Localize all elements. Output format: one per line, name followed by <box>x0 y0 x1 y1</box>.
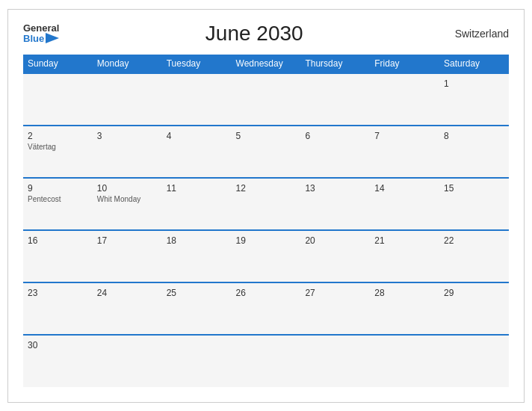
calendar-cell <box>162 73 232 126</box>
calendar-cell: 8 <box>439 126 509 178</box>
calendar-week-row: 16171819202122 <box>23 230 509 282</box>
day-number: 21 <box>374 235 435 246</box>
calendar-cell: 17 <box>93 230 162 282</box>
day-number: 1 <box>444 78 504 89</box>
calendar-cell <box>23 73 93 126</box>
calendar-cell: 26 <box>232 282 301 335</box>
calendar-cell: 24 <box>93 282 162 335</box>
day-number: 10 <box>97 183 158 194</box>
calendar-title: June 2030 <box>59 22 449 46</box>
calendar-cell: 19 <box>232 230 301 282</box>
calendar-cell <box>93 335 162 387</box>
day-number: 9 <box>28 183 88 194</box>
weekday-header-monday: Monday <box>93 55 162 73</box>
calendar-cell: 15 <box>439 178 509 230</box>
calendar-cell: 14 <box>370 178 439 230</box>
calendar-cell <box>370 335 439 387</box>
calendar-cell: 11 <box>162 178 232 230</box>
weekday-header-sunday: Sunday <box>23 55 93 73</box>
calendar-cell: 12 <box>232 178 301 230</box>
svg-marker-0 <box>46 33 59 43</box>
weekday-header-friday: Friday <box>370 55 439 73</box>
calendar-cell <box>232 73 301 126</box>
calendar-cell: 13 <box>300 178 370 230</box>
calendar-cell: 18 <box>162 230 232 282</box>
day-number: 26 <box>236 288 297 298</box>
calendar-cell: 23 <box>23 282 93 335</box>
logo-blue-text: Blue <box>23 34 44 43</box>
calendar-cell: 6 <box>300 126 370 178</box>
calendar-header: General Blue June 2030 Switzerland <box>23 22 509 46</box>
calendar-cell: 5 <box>232 126 301 178</box>
day-number: 11 <box>167 183 227 194</box>
weekday-header-wednesday: Wednesday <box>232 55 301 73</box>
calendar-cell: 7 <box>370 126 439 178</box>
calendar-cell: 10Whit Monday <box>93 178 162 230</box>
calendar-cell <box>162 335 232 387</box>
day-number: 7 <box>374 131 435 141</box>
calendar-cell: 4 <box>162 126 232 178</box>
day-number: 30 <box>28 340 88 350</box>
calendar-container: General Blue June 2030 Switzerland Sunda… <box>7 9 525 403</box>
day-number: 14 <box>374 183 435 194</box>
event-label: Whit Monday <box>97 195 158 203</box>
weekday-header-tuesday: Tuesday <box>162 55 232 73</box>
day-number: 15 <box>444 183 504 194</box>
calendar-cell <box>232 335 301 387</box>
weekday-header-saturday: Saturday <box>439 55 509 73</box>
day-number: 24 <box>97 288 158 298</box>
calendar-cell: 1 <box>439 73 509 126</box>
calendar-cell: 30 <box>23 335 93 387</box>
calendar-cell: 22 <box>439 230 509 282</box>
calendar-cell: 3 <box>93 126 162 178</box>
day-number: 25 <box>167 288 227 298</box>
day-number: 12 <box>236 183 297 194</box>
calendar-week-row: 9Pentecost10Whit Monday1112131415 <box>23 178 509 230</box>
calendar-week-row: 30 <box>23 335 509 387</box>
calendar-cell: 25 <box>162 282 232 335</box>
calendar-cell <box>300 73 370 126</box>
logo-general-text: General <box>23 23 59 33</box>
day-number: 29 <box>444 288 504 298</box>
event-label: Vätertag <box>28 143 88 151</box>
calendar-cell: 9Pentecost <box>23 178 93 230</box>
day-number: 19 <box>236 235 297 246</box>
calendar-cell: 28 <box>370 282 439 335</box>
event-label: Pentecost <box>28 195 88 203</box>
calendar-cell: 21 <box>370 230 439 282</box>
day-number: 5 <box>236 131 297 141</box>
day-number: 3 <box>97 131 158 141</box>
weekday-header-thursday: Thursday <box>300 55 370 73</box>
day-number: 16 <box>28 235 88 246</box>
calendar-week-row: 2Vätertag345678 <box>23 126 509 178</box>
day-number: 28 <box>374 288 435 298</box>
calendar-cell: 2Vätertag <box>23 126 93 178</box>
logo: General Blue <box>23 23 59 43</box>
calendar-cell: 16 <box>23 230 93 282</box>
calendar-country: Switzerland <box>449 28 509 40</box>
calendar-table: SundayMondayTuesdayWednesdayThursdayFrid… <box>23 55 509 387</box>
calendar-week-row: 1 <box>23 73 509 126</box>
day-number: 27 <box>305 288 365 298</box>
calendar-cell <box>370 73 439 126</box>
calendar-cell: 20 <box>300 230 370 282</box>
day-number: 4 <box>167 131 227 141</box>
calendar-cell <box>439 335 509 387</box>
logo-flag-icon <box>46 33 59 43</box>
day-number: 22 <box>444 235 504 246</box>
day-number: 23 <box>28 288 88 298</box>
calendar-cell: 27 <box>300 282 370 335</box>
day-number: 2 <box>28 131 88 141</box>
day-number: 18 <box>167 235 227 246</box>
calendar-cell <box>300 335 370 387</box>
day-number: 20 <box>305 235 365 246</box>
day-number: 17 <box>97 235 158 246</box>
day-number: 8 <box>444 131 504 141</box>
day-number: 6 <box>305 131 365 141</box>
day-number: 13 <box>305 183 365 194</box>
weekday-header-row: SundayMondayTuesdayWednesdayThursdayFrid… <box>23 55 509 73</box>
calendar-cell: 29 <box>439 282 509 335</box>
calendar-cell <box>93 73 162 126</box>
calendar-week-row: 23242526272829 <box>23 282 509 335</box>
